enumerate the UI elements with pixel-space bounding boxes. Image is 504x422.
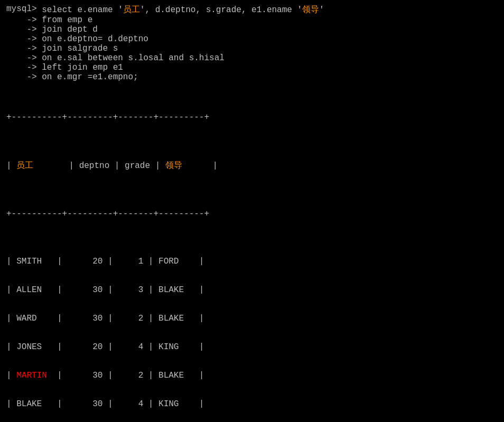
emp-name: BLAKE bbox=[16, 399, 47, 409]
table-row: | BLAKE | 30 | 4 | KING | bbox=[6, 399, 498, 409]
arrow-8: -> bbox=[6, 72, 42, 82]
table-row: | WARD | 30 | 2 | BLAKE | bbox=[6, 314, 498, 323]
query-line-8: -> on e.mgr =e1.empno; bbox=[6, 72, 498, 82]
col-header-emp: 员工 bbox=[16, 161, 33, 171]
query-line-5: -> join salgrade s bbox=[6, 44, 498, 53]
arrow-6: -> bbox=[6, 53, 42, 63]
table-header-row: | 员工 | deptno | grade | 领导 | bbox=[6, 160, 498, 171]
query-text-4: on e.deptno= d.deptno bbox=[42, 34, 148, 44]
table-row: | SMITH | 20 | 1 | FORD | bbox=[6, 257, 498, 266]
arrow-7: -> bbox=[6, 63, 42, 72]
query-line-1: mysql> select e.ename '员工', d.deptno, s.… bbox=[6, 4, 498, 15]
table-border-top: +----------+---------+-------+---------+ bbox=[6, 112, 498, 122]
query-line-7: -> left join emp e1 bbox=[6, 63, 498, 72]
query-line-4: -> on e.deptno= d.deptno bbox=[6, 34, 498, 44]
query-line-6: -> on e.sal between s.losal and s.hisal bbox=[6, 53, 498, 63]
query-text-6: on e.sal between s.losal and s.hisal bbox=[42, 53, 225, 63]
emp-name: JONES bbox=[16, 342, 47, 352]
query-text-7: left join emp e1 bbox=[42, 63, 123, 72]
arrow-2: -> bbox=[6, 15, 42, 25]
table-row: | MARTIN | 30 | 2 | BLAKE | bbox=[6, 371, 498, 380]
query-line-2: -> from emp e bbox=[6, 15, 498, 25]
query-text-5: join salgrade s bbox=[42, 44, 118, 53]
query-block: mysql> select e.ename '员工', d.deptno, s.… bbox=[6, 4, 498, 82]
prompt-label: mysql> bbox=[6, 4, 42, 15]
result-table: +----------+---------+-------+---------+… bbox=[6, 84, 498, 422]
col-header-deptno: deptno bbox=[79, 161, 110, 171]
emp-name: ALLEN bbox=[16, 285, 47, 295]
emp-name: WARD bbox=[16, 314, 47, 323]
query-text-3: join dept d bbox=[42, 25, 98, 34]
col-header-grade: grade bbox=[125, 161, 150, 171]
query-text-8: on e.mgr =e1.empno; bbox=[42, 72, 138, 82]
query-line-3: -> join dept d bbox=[6, 25, 498, 34]
arrow-5: -> bbox=[6, 44, 42, 53]
arrow-4: -> bbox=[6, 34, 42, 44]
table-row: | JONES | 20 | 4 | KING | bbox=[6, 342, 498, 352]
table-row: | ALLEN | 30 | 3 | BLAKE | bbox=[6, 285, 498, 295]
table-border-header: +----------+---------+-------+---------+ bbox=[6, 209, 498, 219]
col-header-leader: 领导 bbox=[165, 161, 182, 171]
query-text-2: from emp e bbox=[42, 15, 92, 25]
query-text-1: select e.ename '员工', d.deptno, s.grade, … bbox=[42, 4, 324, 15]
terminal: mysql> select e.ename '员工', d.deptno, s.… bbox=[6, 4, 498, 422]
emp-name: SMITH bbox=[16, 257, 47, 266]
arrow-3: -> bbox=[6, 25, 42, 34]
emp-name-martin: MARTIN bbox=[16, 371, 47, 380]
